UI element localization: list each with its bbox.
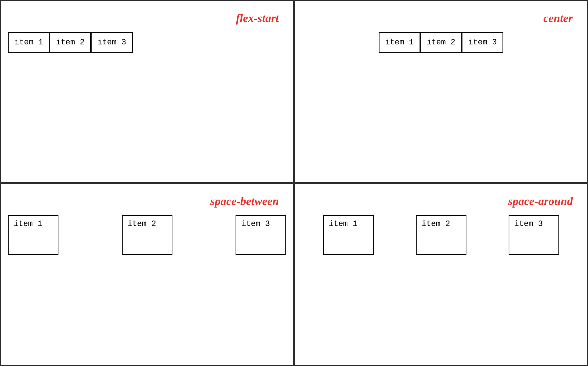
list-item: item 3 [509, 215, 559, 255]
list-item: item 1 [323, 215, 374, 255]
flex-container-flex-start: item 1 item 2 item 3 [8, 29, 286, 175]
panel-title-center: center [302, 8, 580, 29]
panel-title-space-between: space-between [8, 191, 286, 212]
panel-space-around: space-around item 1 item 2 item 3 [294, 183, 588, 366]
list-item: item 2 [122, 215, 172, 255]
panel-title-space-around: space-around [302, 191, 580, 212]
list-item: item 2 [416, 215, 466, 255]
list-item: item 1 [8, 32, 49, 53]
flex-container-space-around: item 1 item 2 item 3 [302, 212, 580, 358]
panel-space-between: space-between item 1 item 2 item 3 [0, 183, 294, 366]
list-item: item 2 [49, 32, 91, 53]
panel-flex-start: flex-start item 1 item 2 item 3 [0, 0, 294, 183]
list-item: item 3 [91, 32, 132, 53]
list-item: item 2 [420, 32, 462, 53]
flex-container-space-between: item 1 item 2 item 3 [8, 212, 286, 358]
panel-title-flex-start: flex-start [8, 8, 286, 29]
list-item: item 3 [462, 32, 503, 53]
list-item: item 3 [236, 215, 286, 255]
list-item: item 1 [379, 32, 420, 53]
panel-center: center item 1 item 2 item 3 [294, 0, 588, 183]
list-item: item 1 [8, 215, 58, 255]
flex-container-center: item 1 item 2 item 3 [302, 29, 580, 175]
